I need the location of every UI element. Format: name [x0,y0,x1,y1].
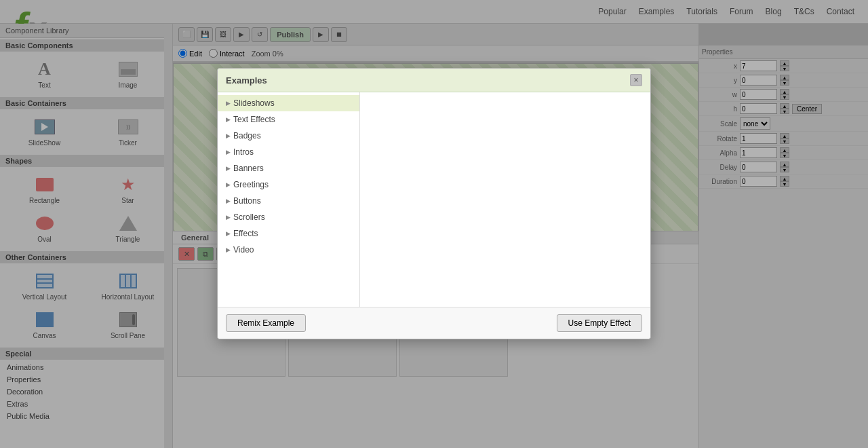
modal-item-badges[interactable]: ▶ Badges [218,128,359,144]
modal-item-video[interactable]: ▶ Video [218,242,359,258]
modal-item-video-label: Video [233,245,254,255]
modal-item-buttons[interactable]: ▶ Buttons [218,193,359,209]
arrow-icon-banners: ▶ [226,165,231,172]
modal-item-scrollers[interactable]: ▶ Scrollers [218,209,359,225]
modal-item-greetings[interactable]: ▶ Greetings [218,176,359,193]
modal-header: Examples × [218,69,650,92]
modal-close-button[interactable]: × [630,74,642,86]
modal-item-banners-label: Banners [233,164,264,173]
modal-item-text-effects[interactable]: ▶ Text Effects [218,111,359,128]
modal-item-text-effects-label: Text Effects [233,115,275,124]
modal-item-intros[interactable]: ▶ Intros [218,144,359,160]
arrow-icon-intros: ▶ [226,149,231,155]
arrow-icon-badges: ▶ [226,132,231,139]
remix-example-button[interactable]: Remix Example [226,314,306,332]
examples-modal: Examples × ▶ Slideshows ▶ Text Effects ▶… [217,68,651,339]
arrow-icon-scrollers: ▶ [226,214,231,221]
modal-item-buttons-label: Buttons [233,196,261,206]
modal-item-greetings-label: Greetings [233,180,269,189]
modal-item-effects-label: Effects [233,229,258,238]
modal-item-banners[interactable]: ▶ Banners [218,160,359,176]
modal-item-badges-label: Badges [233,131,261,141]
modal-examples-list: ▶ Slideshows ▶ Text Effects ▶ Badges ▶ I… [218,92,360,307]
arrow-icon-text-effects: ▶ [226,116,231,123]
modal-title: Examples [226,75,267,86]
modal-content-area [360,92,650,307]
modal-body: ▶ Slideshows ▶ Text Effects ▶ Badges ▶ I… [218,92,650,307]
arrow-icon-buttons: ▶ [226,198,231,204]
modal-item-scrollers-label: Scrollers [233,212,265,222]
modal-item-intros-label: Intros [233,147,254,157]
modal-item-slideshows-label: Slideshows [233,98,275,108]
arrow-icon-greetings: ▶ [226,181,231,188]
modal-footer: Remix Example Use Empty Effect [218,307,650,339]
modal-item-slideshows[interactable]: ▶ Slideshows [218,95,359,111]
use-empty-effect-button[interactable]: Use Empty Effect [557,314,642,332]
arrow-icon-video: ▶ [226,246,231,253]
arrow-icon-effects: ▶ [226,230,231,237]
arrow-icon-slideshows: ▶ [226,100,231,107]
modal-item-effects[interactable]: ▶ Effects [218,225,359,242]
modal-overlay[interactable]: Examples × ▶ Slideshows ▶ Text Effects ▶… [0,0,868,448]
